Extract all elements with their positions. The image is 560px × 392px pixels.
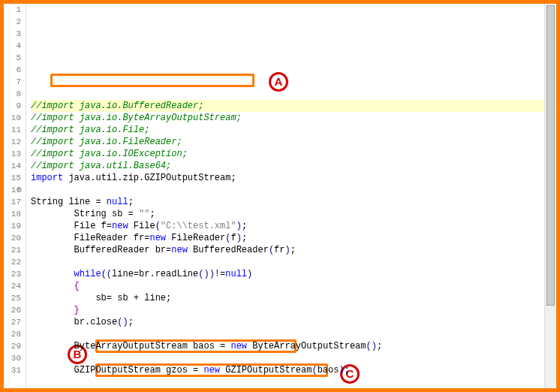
line-number: 28: [4, 328, 21, 340]
line-number: 2: [4, 16, 21, 28]
code-line[interactable]: import java.util.zip.GZIPOutputStream;: [31, 172, 556, 184]
code-line[interactable]: [31, 328, 556, 340]
code-line[interactable]: //import java.io.ByteArrayOutputStream;: [31, 112, 556, 124]
line-number: 3: [4, 28, 21, 40]
scrollbar-thumb[interactable]: [546, 5, 555, 306]
code-line[interactable]: String line = null;: [31, 196, 556, 208]
line-number: 31: [4, 364, 21, 376]
line-number: 22: [4, 256, 21, 268]
line-number: 19: [4, 220, 21, 232]
line-number: 23: [4, 268, 21, 280]
line-number: 21: [4, 244, 21, 256]
code-line[interactable]: [31, 352, 556, 364]
line-number: 13: [4, 148, 21, 160]
code-line[interactable]: {: [31, 280, 556, 292]
code-line[interactable]: //import java.io.File;: [31, 124, 556, 136]
highlight-box-a: [50, 74, 254, 87]
code-line[interactable]: //import java.io.FileReader;: [31, 136, 556, 148]
line-number-gutter: 1234567891011121314151617181920212223242…: [4, 4, 26, 388]
code-line[interactable]: GZIPOutputStream gzos = new GZIPOutputSt…: [31, 364, 556, 376]
code-line[interactable]: }: [31, 304, 556, 316]
code-line[interactable]: FileReader fr=new FileReader(f);: [31, 232, 556, 244]
code-line[interactable]: BufferedReader br=new BufferedReader(fr)…: [31, 244, 556, 256]
line-number: 20: [4, 232, 21, 244]
callout-a-label: A: [275, 76, 283, 88]
code-line[interactable]: [31, 376, 556, 388]
line-number: 27: [4, 316, 21, 328]
code-line[interactable]: ByteArrayOutputStream baos = new ByteArr…: [31, 340, 556, 352]
code-line[interactable]: String sb = "";: [31, 208, 556, 220]
code-line[interactable]: br.close();: [31, 316, 556, 328]
line-number: 7: [4, 76, 21, 88]
line-number: 16: [4, 184, 21, 196]
line-number: 9: [4, 100, 21, 112]
line-number: 30: [4, 352, 21, 364]
line-number: 18: [4, 208, 21, 220]
code-line[interactable]: while((line=br.readLine())!=null): [31, 268, 556, 280]
vertical-scrollbar[interactable]: [544, 4, 556, 388]
line-number: 14: [4, 160, 21, 172]
code-line[interactable]: //import java.io.BufferedReader;: [31, 100, 556, 112]
line-number: 8: [4, 88, 21, 100]
line-number: 4: [4, 40, 21, 52]
code-line[interactable]: [31, 256, 556, 268]
line-number: 5: [4, 52, 21, 64]
line-number: 25: [4, 292, 21, 304]
line-number: 24: [4, 280, 21, 292]
code-editor[interactable]: 1234567891011121314151617181920212223242…: [4, 4, 556, 388]
line-number: 1: [4, 4, 21, 16]
line-number: 12: [4, 136, 21, 148]
line-number: 26: [4, 304, 21, 316]
code-line[interactable]: File f=new File("C:\\test.xml");: [31, 220, 556, 232]
code-line[interactable]: sb= sb + line;: [31, 292, 556, 304]
callout-a: A: [269, 72, 288, 92]
code-line[interactable]: //import java.util.Base64;: [31, 160, 556, 172]
line-number: 17: [4, 196, 21, 208]
line-number: 10: [4, 112, 21, 124]
line-number: 11: [4, 124, 21, 136]
line-number: 15: [4, 172, 21, 184]
code-line[interactable]: [31, 184, 556, 196]
code-area[interactable]: A B C //import java.io.BufferedReader;//…: [26, 4, 556, 388]
line-number: 29: [4, 340, 21, 352]
code-line[interactable]: //import java.io.IOException;: [31, 148, 556, 160]
line-number: 6: [4, 64, 21, 76]
